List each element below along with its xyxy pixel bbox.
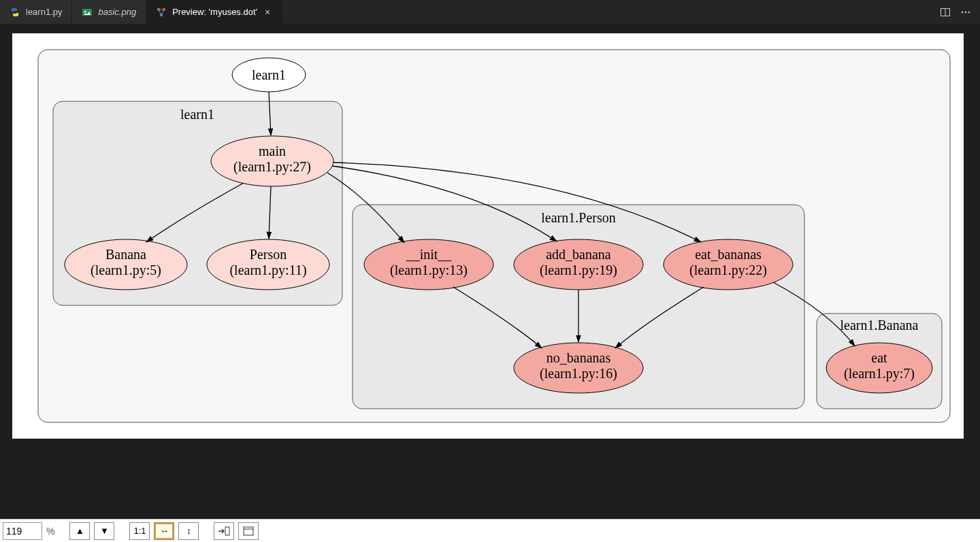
fit-width-icon: ↔ bbox=[160, 526, 169, 536]
open-window-button[interactable] bbox=[238, 522, 259, 540]
node-init-name: __init__ bbox=[406, 247, 453, 262]
node-main-name: main bbox=[259, 143, 286, 158]
triangle-up-icon: ▲ bbox=[76, 526, 84, 536]
tab-label: learn1.py bbox=[26, 7, 62, 17]
svg-rect-12 bbox=[244, 527, 253, 535]
export-icon bbox=[218, 526, 230, 536]
svg-point-10 bbox=[968, 11, 970, 13]
node-add-banana-name: add_banana bbox=[546, 247, 611, 262]
graphviz-file-icon bbox=[156, 7, 167, 18]
triangle-down-icon: ▼ bbox=[100, 526, 109, 536]
tabbar-actions bbox=[931, 5, 980, 20]
zoom-out-button[interactable]: ▼ bbox=[94, 522, 114, 540]
graphviz-preview-canvas[interactable]: learn1 learn1 main (learn1.py:27) Banana… bbox=[12, 33, 964, 439]
export-button[interactable] bbox=[214, 522, 234, 540]
node-eat-bananas-loc: (learn1.py:22) bbox=[689, 262, 767, 278]
svg-point-8 bbox=[962, 11, 964, 13]
node-main-loc: (learn1.py:27) bbox=[233, 159, 311, 175]
cluster-person-label: learn1.Person bbox=[541, 210, 615, 225]
call-graph-svg: learn1 learn1 main (learn1.py:27) Banana… bbox=[12, 33, 964, 439]
svg-point-9 bbox=[965, 11, 967, 13]
window-icon bbox=[243, 526, 254, 536]
tab-basic-png[interactable]: basic.png bbox=[72, 0, 146, 24]
zoom-1to1-button[interactable]: 1:1 bbox=[129, 522, 150, 540]
python-file-icon bbox=[10, 7, 20, 18]
more-icon[interactable] bbox=[958, 5, 973, 20]
cluster-learn1-label: learn1 bbox=[180, 107, 214, 122]
node-banana-name: Banana bbox=[105, 247, 146, 262]
node-person-loc: (learn1.py:11) bbox=[229, 262, 306, 278]
node-no-bananas-loc: (learn1.py:16) bbox=[540, 366, 617, 382]
node-root-label: learn1 bbox=[252, 67, 286, 82]
svg-rect-11 bbox=[225, 527, 229, 535]
node-eat-loc: (learn1.py:7) bbox=[844, 366, 915, 382]
one-to-one-label: 1:1 bbox=[133, 526, 146, 536]
split-editor-icon[interactable] bbox=[938, 5, 953, 20]
fit-width-button[interactable]: ↔ bbox=[154, 522, 174, 540]
tab-preview-myuses-dot[interactable]: Preview: 'myuses.dot' × bbox=[146, 0, 282, 24]
close-icon[interactable]: × bbox=[263, 7, 272, 17]
node-person-name: Person bbox=[250, 247, 287, 262]
zoom-unit: % bbox=[46, 526, 54, 537]
zoom-input[interactable] bbox=[3, 522, 42, 540]
zoom-in-button[interactable]: ▲ bbox=[69, 522, 90, 540]
cluster-banana-label: learn1.Banana bbox=[840, 318, 919, 333]
node-eat-name: eat bbox=[871, 350, 887, 365]
tab-label: Preview: 'myuses.dot' bbox=[172, 7, 257, 17]
tab-label: basic.png bbox=[98, 7, 136, 17]
node-add-banana-loc: (learn1.py:19) bbox=[540, 262, 617, 278]
fit-height-icon: ↕ bbox=[186, 526, 191, 536]
node-banana-loc: (learn1.py:5) bbox=[91, 262, 161, 278]
svg-point-2 bbox=[84, 10, 86, 12]
node-init-loc: (learn1.py:13) bbox=[390, 262, 468, 278]
editor-content: learn1 learn1 main (learn1.py:27) Banana… bbox=[0, 24, 980, 519]
tab-learn1-py[interactable]: learn1.py bbox=[0, 0, 72, 24]
editor-tabbar: learn1.py basic.png Preview: 'myuses.dot… bbox=[0, 0, 980, 24]
image-file-icon bbox=[82, 7, 93, 18]
preview-toolbar: % ▲ ▼ 1:1 ↔ ↕ bbox=[0, 519, 980, 542]
node-eat-bananas-name: eat_bananas bbox=[695, 247, 762, 262]
node-no-bananas-name: no_bananas bbox=[546, 350, 611, 365]
fit-height-button[interactable]: ↕ bbox=[178, 522, 199, 540]
